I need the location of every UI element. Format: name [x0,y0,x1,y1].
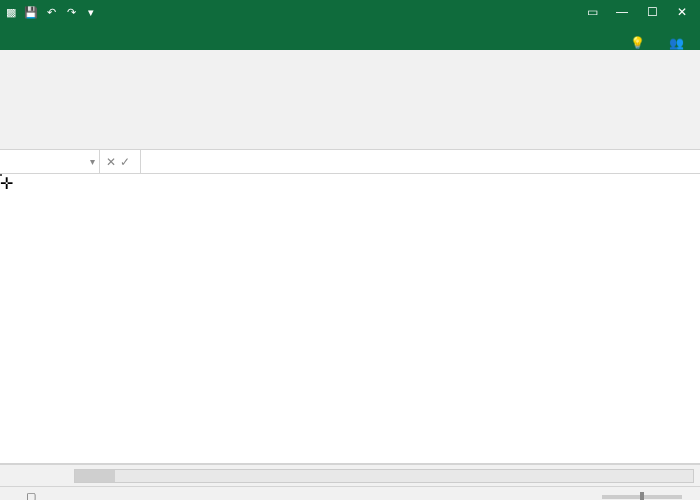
excel-icon: ▩ [4,5,18,19]
name-box-dropdown-icon[interactable]: ▾ [90,156,95,167]
status-bar: ▢ [0,486,700,500]
name-box[interactable]: ▾ [0,150,100,173]
minimize-icon[interactable]: — [608,2,636,22]
zoom-slider[interactable] [602,495,682,499]
cursor-icon: ✛ [0,174,13,193]
qat-more-icon[interactable]: ▾ [84,5,98,19]
cancel-formula-icon[interactable]: ✕ [106,155,116,169]
ribbon-options-icon[interactable]: ▭ [578,2,606,22]
ribbon-tabs: 💡 👥 [0,24,700,50]
horizontal-scrollbar[interactable] [74,469,694,483]
formula-input[interactable] [141,155,700,169]
marching-ants-selection [0,174,2,176]
redo-icon[interactable]: ↷ [64,5,78,19]
save-icon[interactable]: 💾 [24,5,38,19]
title-bar: ▩ 💾 ↶ ↷ ▾ ▭ — ☐ ✕ [0,0,700,24]
tell-me-icon: 💡 [630,36,645,50]
enter-formula-icon[interactable]: ✓ [120,155,130,169]
spreadsheet-grid[interactable]: ✛ [0,174,700,464]
window-controls: ▭ — ☐ ✕ [578,2,696,22]
formula-bar: ▾ ✕ ✓ [0,150,700,174]
status-record-icon[interactable]: ▢ [26,490,36,500]
name-box-input[interactable] [6,155,93,169]
ribbon [0,50,700,150]
share-icon: 👥 [669,36,684,50]
quick-access-toolbar: ▩ 💾 ↶ ↷ ▾ [4,5,98,19]
sheet-tab-bar [0,464,700,486]
view-switcher [526,491,592,501]
undo-icon[interactable]: ↶ [44,5,58,19]
maximize-icon[interactable]: ☐ [638,2,666,22]
close-icon[interactable]: ✕ [668,2,696,22]
